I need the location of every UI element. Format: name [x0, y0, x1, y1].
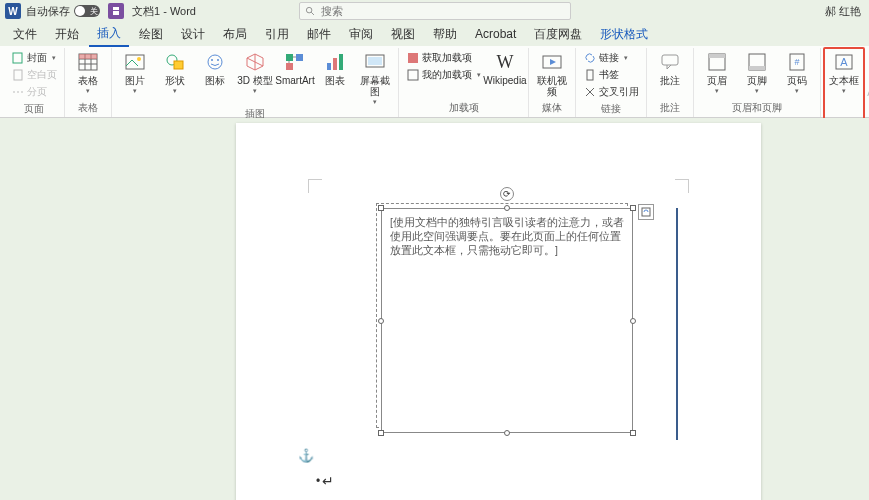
- ribbon: 封面▾ 空白页 分页 页面 表格▾ 表格 图片▾ 形状▾ 图标 3D 模型▾ S…: [0, 46, 869, 118]
- chart-button[interactable]: 图表: [316, 48, 354, 86]
- search-box[interactable]: [299, 2, 571, 20]
- textbox-button[interactable]: A文本框▾: [825, 48, 863, 94]
- group-label-pages: 页面: [24, 100, 44, 118]
- cover-page-button[interactable]: 封面▾: [8, 50, 60, 66]
- wikipedia-button[interactable]: WWikipedia: [486, 48, 524, 86]
- margin-corner-tl: [308, 179, 322, 193]
- svg-rect-36: [587, 70, 593, 80]
- tab-home[interactable]: 开始: [47, 23, 87, 46]
- tab-shape-format[interactable]: 形状格式: [592, 23, 656, 46]
- 3dmodel-icon: [244, 51, 266, 73]
- svg-rect-31: [368, 57, 382, 65]
- document-page[interactable]: ⟳ [使用文档中的独特引言吸引读者的注意力，或者使用此空间强调要点。要在此页面上…: [236, 123, 761, 500]
- wikipedia-icon: W: [494, 51, 516, 73]
- tab-file[interactable]: 文件: [5, 23, 45, 46]
- svg-marker-35: [550, 59, 556, 65]
- group-links: 链接▾ 书签 交叉引用 链接: [576, 48, 647, 117]
- quickparts-button[interactable]: 文档部件▾: [865, 50, 869, 66]
- tab-mailings[interactable]: 邮件: [299, 23, 339, 46]
- page-break-button[interactable]: 分页: [8, 84, 60, 100]
- svg-rect-41: [749, 66, 765, 70]
- username-label: 郝 红艳: [825, 4, 861, 19]
- svg-rect-32: [408, 53, 418, 63]
- tab-view[interactable]: 视图: [383, 23, 423, 46]
- footer-icon: [746, 51, 768, 73]
- wordart-button[interactable]: A艺术字▾: [865, 67, 869, 83]
- getaddins-icon: [406, 52, 419, 65]
- pagenum-button[interactable]: #页码▾: [778, 48, 816, 94]
- save-icon[interactable]: [108, 3, 124, 19]
- search-input[interactable]: [321, 5, 565, 17]
- bookmark-button[interactable]: 书签: [580, 67, 642, 83]
- dropcap-button[interactable]: A≣首字下沉▾: [865, 84, 869, 100]
- svg-point-20: [217, 59, 219, 61]
- tab-review[interactable]: 审阅: [341, 23, 381, 46]
- 3dmodels-button[interactable]: 3D 模型▾: [236, 48, 274, 94]
- header-icon: [706, 51, 728, 73]
- shapes-button[interactable]: 形状▾: [156, 48, 194, 94]
- handle-sw[interactable]: [378, 430, 384, 436]
- document-area[interactable]: ⟳ [使用文档中的独特引言吸引读者的注意力，或者使用此空间强调要点。要在此页面上…: [0, 118, 869, 500]
- app-icon: W: [5, 3, 21, 19]
- blank-page-button[interactable]: 空白页: [8, 67, 60, 83]
- handle-n[interactable]: [504, 205, 510, 211]
- layout-options-icon[interactable]: [638, 204, 654, 220]
- coverpage-icon: [11, 52, 24, 65]
- crossref-button[interactable]: 交叉引用: [580, 84, 642, 100]
- online-video-button[interactable]: 联机视频: [533, 48, 571, 97]
- group-tables: 表格▾ 表格: [65, 48, 112, 117]
- svg-rect-26: [286, 63, 293, 70]
- toggle-switch[interactable]: 关: [74, 5, 100, 17]
- smartart-button[interactable]: SmartArt: [276, 48, 314, 86]
- icons-button[interactable]: 图标: [196, 48, 234, 86]
- tab-insert[interactable]: 插入: [89, 22, 129, 47]
- svg-rect-17: [174, 61, 183, 69]
- get-addins-button[interactable]: 获取加载项: [403, 50, 484, 66]
- header-button[interactable]: 页眉▾: [698, 48, 736, 94]
- sidebar-accent-line: [676, 208, 678, 440]
- screenshot-icon: [364, 51, 386, 73]
- frame-placeholder-text[interactable]: [使用文档中的独特引言吸引读者的注意力，或者使用此空间强调要点。要在此页面上的任…: [382, 209, 632, 263]
- group-text: A文本框▾ 文档部件▾ A艺术字▾ A≣首字下沉▾ 签名行▾ 日期和时间 对象▾…: [821, 48, 869, 117]
- margin-corner-tr: [675, 179, 689, 193]
- tab-acrobat[interactable]: Acrobat: [467, 24, 524, 44]
- comment-button[interactable]: 批注: [651, 48, 689, 86]
- tab-design[interactable]: 设计: [173, 23, 213, 46]
- svg-line-4: [311, 12, 314, 15]
- text-frame[interactable]: ⟳ [使用文档中的独特引言吸引读者的注意力，或者使用此空间强调要点。要在此页面上…: [381, 208, 633, 433]
- bookmark-icon: [583, 69, 596, 82]
- document-title: 文档1 - Word: [132, 4, 196, 19]
- icons-icon: [204, 51, 226, 73]
- svg-rect-37: [662, 55, 678, 65]
- table-button[interactable]: 表格▾: [69, 48, 107, 94]
- pictures-button[interactable]: 图片▾: [116, 48, 154, 94]
- my-addins-button[interactable]: 我的加载项▾: [403, 67, 484, 83]
- screenshot-button[interactable]: 屏幕截图▾: [356, 48, 394, 105]
- paragraph-mark: •↵: [316, 473, 334, 489]
- handle-nw[interactable]: [378, 205, 384, 211]
- tab-references[interactable]: 引用: [257, 23, 297, 46]
- handle-s[interactable]: [504, 430, 510, 436]
- handle-se[interactable]: [630, 430, 636, 436]
- svg-rect-27: [327, 63, 331, 70]
- handle-ne[interactable]: [630, 205, 636, 211]
- tab-help[interactable]: 帮助: [425, 23, 465, 46]
- tab-layout[interactable]: 布局: [215, 23, 255, 46]
- blankpage-icon: [11, 69, 24, 82]
- handle-w[interactable]: [378, 318, 384, 324]
- svg-rect-14: [126, 55, 144, 69]
- smartart-icon: [284, 51, 306, 73]
- handle-e[interactable]: [630, 318, 636, 324]
- footer-button[interactable]: 页脚▾: [738, 48, 776, 94]
- pagenum-icon: #: [786, 51, 808, 73]
- tab-baidu[interactable]: 百度网盘: [526, 23, 590, 46]
- group-pages: 封面▾ 空白页 分页 页面: [4, 48, 65, 117]
- tab-draw[interactable]: 绘图: [131, 23, 171, 46]
- svg-rect-33: [408, 70, 418, 80]
- autosave-toggle[interactable]: 自动保存 关: [26, 4, 100, 19]
- rotate-handle[interactable]: ⟳: [500, 187, 514, 201]
- shapes-icon: [164, 51, 186, 73]
- link-button[interactable]: 链接▾: [580, 50, 642, 66]
- group-label-media: 媒体: [542, 99, 562, 117]
- chart-icon: [324, 51, 346, 73]
